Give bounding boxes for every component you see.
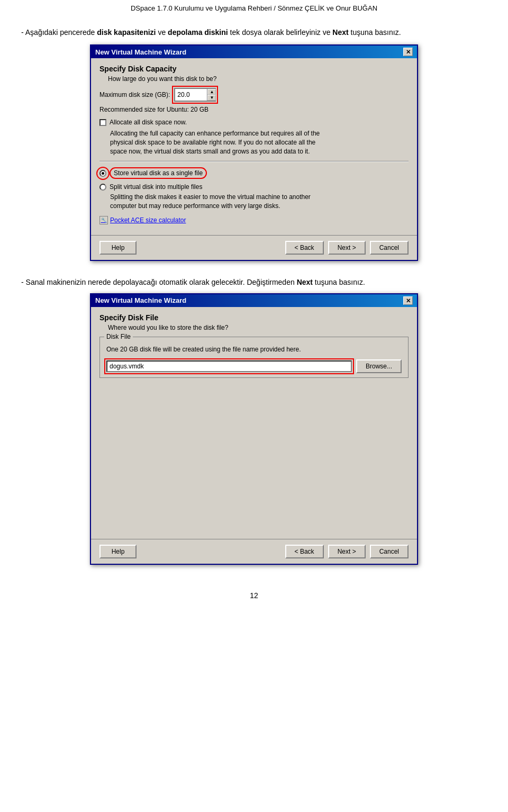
allocate-label: Allocate all disk space now. xyxy=(110,119,187,126)
dialog2-section-title: Specify Disk File xyxy=(99,313,409,322)
empty-space xyxy=(99,384,409,533)
dialog1-footer-buttons: < Back Next > Cancel xyxy=(285,241,409,255)
disk-size-spinbox[interactable]: ▲ ▼ xyxy=(174,88,216,102)
dialog2: New Virtual Machine Wizard ✕ Specify Dis… xyxy=(90,293,418,565)
max-disk-row: Maximum disk size (GB): ▲ ▼ xyxy=(99,88,409,102)
file-input-row: Browse... xyxy=(106,359,402,373)
disk-size-input[interactable] xyxy=(175,89,207,101)
section2-text: - Sanal makinenizin nerede depolayacağı … xyxy=(21,278,297,286)
section2-paragraph: - Sanal makinenizin nerede depolayacağı … xyxy=(21,277,487,288)
dialog1-back-button[interactable]: < Back xyxy=(285,241,324,255)
section1-bold3: Next xyxy=(332,28,348,37)
dialog1-footer: Help < Back Next > Cancel xyxy=(91,235,417,260)
dialog1-close-button[interactable]: ✕ xyxy=(403,48,413,56)
section2-text-after: tuşuna basınız. xyxy=(313,278,365,286)
dialog1-section-title: Specify Disk Capacity xyxy=(99,65,409,73)
dialog2-footer-buttons: < Back Next > Cancel xyxy=(285,545,409,558)
spinbox-up-button[interactable]: ▲ xyxy=(207,89,216,95)
allocate-info-text: Allocating the full capacity can enhance… xyxy=(110,129,409,156)
section1-text-mid1: ve xyxy=(156,28,168,37)
dialog1-section-sub: How large do you want this disk to be? xyxy=(108,75,409,83)
section1-text-before: - Aşağıdaki pencerede xyxy=(21,28,97,37)
dialog1-body: Specify Disk Capacity How large do you w… xyxy=(91,58,417,235)
separator xyxy=(99,161,409,162)
dialog2-body: Specify Disk File Where would you like t… xyxy=(91,307,417,539)
header-title: DSpace 1.7.0 Kurulumu ve Uygulama Rehber… xyxy=(131,4,377,12)
section1-text-mid2: tek dosya olarak belirleyiniz ve xyxy=(228,28,333,37)
radio1-row[interactable]: Store virtual disk as a single file xyxy=(99,167,409,179)
page-number: 12 xyxy=(21,581,487,610)
split-info-text: Splitting the disk makes it easier to mo… xyxy=(110,193,409,211)
page-header: DSpace 1.7.0 Kurulumu ve Uygulama Rehber… xyxy=(0,0,508,16)
dialog1-cancel-button[interactable]: Cancel xyxy=(370,241,409,255)
dialog2-back-button[interactable]: < Back xyxy=(285,545,324,558)
dialog2-close-button[interactable]: ✕ xyxy=(403,296,413,305)
dialog2-help-button[interactable]: Help xyxy=(99,545,137,558)
max-disk-label: Maximum disk size (GB): xyxy=(99,91,170,98)
section1-text-after: tuşuna basınız. xyxy=(349,28,401,37)
radio2[interactable] xyxy=(99,184,106,191)
radio1-label: Store virtual disk as a single file xyxy=(110,167,207,179)
link-row: 🔧 Pocket ACE size calculator xyxy=(99,216,409,224)
allocate-checkbox[interactable] xyxy=(99,119,106,126)
dialog2-footer: Help < Back Next > Cancel xyxy=(91,539,417,564)
dialog2-title: New Virtual Machine Wizard xyxy=(95,296,403,304)
disk-file-groupbox: Disk File One 20 GB disk file will be cr… xyxy=(99,337,409,378)
dialog1-help-button[interactable]: Help xyxy=(99,241,137,255)
section1-bold2: depolama diskini xyxy=(168,28,228,37)
section1-bold1: disk kapasitenizi xyxy=(97,28,156,37)
dialog2-cancel-button[interactable]: Cancel xyxy=(370,545,409,558)
dialog2-section-sub: Where would you like to store the disk f… xyxy=(108,324,409,331)
dialog2-titlebar: New Virtual Machine Wizard ✕ xyxy=(91,294,417,307)
section2-bold: Next xyxy=(297,278,313,286)
dialog1: New Virtual Machine Wizard ✕ Specify Dis… xyxy=(90,44,418,261)
content-area: - Aşağıdaki pencerede disk kapasitenizi … xyxy=(0,16,508,621)
radio1[interactable] xyxy=(99,170,106,177)
link-label: Pocket ACE size calculator xyxy=(110,216,186,224)
dialog2-next-button[interactable]: Next > xyxy=(328,545,366,558)
disk-file-info: One 20 GB disk file will be created usin… xyxy=(106,346,402,353)
spinbox-arrows: ▲ ▼ xyxy=(207,89,216,101)
recommend-text: Recommended size for Ubuntu: 20 GB xyxy=(99,106,409,113)
radio2-label: Split virtual disk into multiple files xyxy=(110,183,202,191)
spinbox-down-button[interactable]: ▼ xyxy=(207,95,216,101)
browse-button[interactable]: Browse... xyxy=(356,359,402,373)
allocate-checkbox-row: Allocate all disk space now. xyxy=(99,119,409,126)
dialog1-title: New Virtual Machine Wizard xyxy=(95,48,403,56)
pocket-ace-icon: 🔧 xyxy=(99,216,108,224)
section1-paragraph: - Aşağıdaki pencerede disk kapasitenizi … xyxy=(21,27,487,38)
groupbox-legend: Disk File xyxy=(104,333,133,340)
file-name-input[interactable] xyxy=(106,360,352,372)
dialog1-next-button[interactable]: Next > xyxy=(328,241,366,255)
dialog1-titlebar: New Virtual Machine Wizard ✕ xyxy=(91,46,417,58)
radio2-row[interactable]: Split virtual disk into multiple files xyxy=(99,183,409,191)
pocket-ace-link[interactable]: 🔧 Pocket ACE size calculator xyxy=(99,216,409,224)
